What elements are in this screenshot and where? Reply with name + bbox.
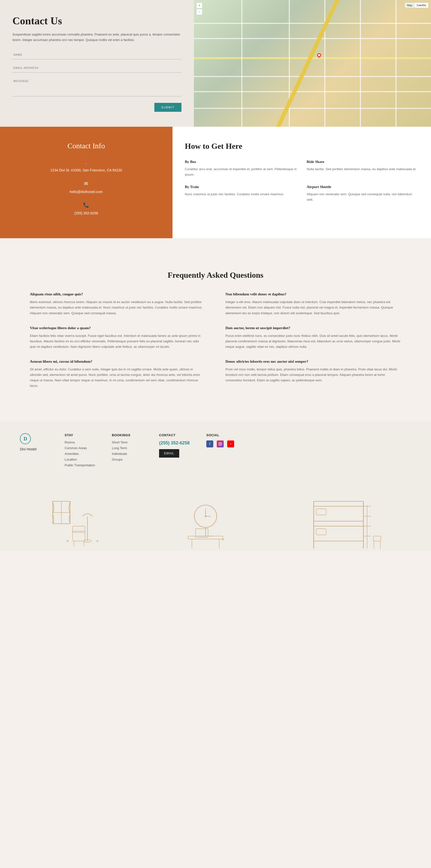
youtube-icon[interactable] xyxy=(227,440,234,447)
svg-point-1 xyxy=(220,443,221,445)
footer-link-common-areas[interactable]: Common Areas xyxy=(65,446,97,450)
map-zoom-in[interactable]: + xyxy=(196,2,202,8)
transport-grid: By Bus Curabitur arcu erat, accumsan id … xyxy=(185,160,419,203)
contact-us-section: Contact Us Suspendisse sagittis lorem ac… xyxy=(0,0,431,127)
info-transport-section: Contact Info 📍 1234 Divi St. #1000, San … xyxy=(0,127,431,238)
phone-icon: 📞 xyxy=(10,202,163,208)
contact-phone-item: 📞 (255) 352-6258 xyxy=(10,202,163,216)
svg-rect-23 xyxy=(188,536,223,539)
svg-rect-31 xyxy=(314,506,364,521)
footer-link-amenities[interactable]: Amenities xyxy=(65,452,97,456)
how-to-get-here-title: How to Get Here xyxy=(185,142,419,151)
transport-by-train-heading: By Train xyxy=(185,185,297,189)
footer-phone[interactable]: (255) 352-6258 xyxy=(159,440,192,446)
illustration-room-1 xyxy=(48,496,103,551)
email-icon: ✉ xyxy=(10,181,163,187)
transport-by-train-text: Nunc maximus ut justo nec facilisis. Cur… xyxy=(185,191,297,197)
logo-circle: D xyxy=(20,433,31,444)
faq-question-6: Donec ultricies lobortis eros nec auctor… xyxy=(225,360,401,364)
faq-title: Frequently Asked Questions xyxy=(30,271,401,280)
footer-link-individuals[interactable]: Individuals xyxy=(112,452,144,456)
transport-by-bus-heading: By Bus xyxy=(185,160,297,164)
spacer-1 xyxy=(0,238,431,253)
faq-item-3: Vitae scelerisque libero dolor a quam? E… xyxy=(30,326,206,349)
footer-social-col: Social f xyxy=(206,433,239,469)
footer-bookings-heading: Bookings xyxy=(112,433,144,437)
transport-airport-shuttle: Airport Shuttle Aliquam non venenatis se… xyxy=(307,185,419,203)
transport-airport-shuttle-heading: Airport Shuttle xyxy=(307,185,419,189)
footer-link-rooms[interactable]: Rooms xyxy=(65,440,97,444)
faq-answer-4: Purus enim eleifend nunc, eu consectetur… xyxy=(225,333,401,349)
svg-rect-43 xyxy=(373,536,381,541)
location-icon: 📍 xyxy=(10,159,163,165)
email-input[interactable] xyxy=(12,63,181,72)
instagram-icon[interactable] xyxy=(217,440,224,447)
contact-info-title: Contact Info xyxy=(10,142,163,150)
map-zoom-out[interactable]: − xyxy=(196,9,202,15)
footer-link-public-transportation[interactable]: Public Transportation xyxy=(65,463,97,467)
faq-item-5: Aenean libero mi, cursus id bibendum? Si… xyxy=(30,360,206,389)
satellite-tab[interactable]: Satellite xyxy=(414,3,428,8)
faq-answer-5: Sit amet, efficitur eu dolor. Curabitur … xyxy=(30,367,206,389)
footer-link-short-term[interactable]: Short Term xyxy=(112,440,144,444)
contact-info-box: Contact Info 📍 1234 Divi St. #1000, San … xyxy=(0,127,172,238)
spacer-2 xyxy=(0,406,431,421)
contact-address: 1234 Divi St. #1000, San Francisco, CA 9… xyxy=(10,167,163,173)
map-wrapper: + − Map Satellite xyxy=(194,0,431,127)
submit-button[interactable]: SUBMIT xyxy=(154,103,182,112)
contact-email-item: ✉ hello@divihostel.com xyxy=(10,181,163,194)
footer-contact-heading: Contact xyxy=(159,433,192,437)
footer-link-groups[interactable]: Groups xyxy=(112,458,144,461)
facebook-icon[interactable]: f xyxy=(206,440,213,447)
faq-answer-6: Proin vel risus mollis, tempor tellus qu… xyxy=(225,367,401,383)
svg-rect-30 xyxy=(314,526,364,541)
footer-social-heading: Social xyxy=(206,433,239,437)
faq-answer-1: libero euismod, ultrices rhoncus lorem. … xyxy=(30,299,206,316)
footer-logo: D Divi Hostel xyxy=(20,433,50,469)
faq-answer-2: Integer a elit eros. Mauris malesuada vu… xyxy=(225,299,401,316)
faq-item-2: Non bibendum velit donec et dapibus? Int… xyxy=(225,292,401,316)
contact-address-item: 📍 1234 Divi St. #1000, San Francisco, CA… xyxy=(10,159,163,173)
svg-rect-10 xyxy=(73,526,85,532)
transport-ride-share-heading: Ride Share xyxy=(307,160,419,164)
faq-question-5: Aenean libero mi, cursus id bibendum? xyxy=(30,360,206,364)
contact-us-description: Suspendisse sagittis lorem accumsan conv… xyxy=(12,32,181,43)
svg-rect-9 xyxy=(73,531,85,541)
footer-bookings-col: Bookings Short Term Long Term Individual… xyxy=(112,433,144,469)
faq-answer-3: Etiam facilisis felis vitae viverra susc… xyxy=(30,333,206,349)
faq-question-2: Non bibendum velit donec et dapibus? xyxy=(225,292,401,297)
footer-brand-name: Divi Hostel xyxy=(20,447,36,451)
faq-item-4: Duis auctor, lorem ut suscipit imperdiet… xyxy=(225,326,401,349)
how-to-get-here: How to Get Here By Bus Curabitur arcu er… xyxy=(172,127,431,238)
faq-section: Frequently Asked Questions Aliquam risus… xyxy=(0,253,431,406)
faq-item-1: Aliquam risus nibh, congue quis? libero … xyxy=(30,292,206,316)
illustration-clock xyxy=(178,496,233,551)
faq-question-4: Duis auctor, lorem ut suscipit imperdiet… xyxy=(225,326,401,330)
faq-question-3: Vitae scelerisque libero dolor a quam? xyxy=(30,326,206,330)
footer-email-button[interactable]: EMAIL xyxy=(159,449,179,458)
svg-rect-32 xyxy=(316,529,326,535)
contact-form-wrapper: Contact Us Suspendisse sagittis lorem ac… xyxy=(0,0,194,127)
footer-link-location[interactable]: Location xyxy=(65,458,97,461)
illustration-bunk-bed xyxy=(309,496,383,551)
name-input[interactable] xyxy=(12,50,181,59)
transport-ride-share-text: Nulla facilisi. Sed porttitor elementum … xyxy=(307,166,419,172)
message-input[interactable] xyxy=(12,76,181,96)
map-satellite-toggle[interactable]: Map Satellite xyxy=(405,2,429,8)
map-controls: + − xyxy=(196,2,202,15)
faq-question-1: Aliquam risus nibh, congue quis? xyxy=(30,292,206,297)
footer-link-long-term[interactable]: Long Term xyxy=(112,446,144,450)
map-tab[interactable]: Map xyxy=(405,3,414,8)
svg-marker-3 xyxy=(230,443,231,445)
svg-rect-33 xyxy=(316,509,326,515)
faq-item-6: Donec ultricies lobortis eros nec auctor… xyxy=(225,360,401,389)
transport-by-bus: By Bus Curabitur arcu erat, accumsan id … xyxy=(185,160,297,177)
footer-stay-heading: Stay xyxy=(65,433,97,437)
footer-stay-col: Stay Rooms Common Areas Amenities Locati… xyxy=(65,433,97,469)
transport-airport-shuttle-text: Aliquam non venenatis sem. Quisque sed c… xyxy=(307,191,419,203)
transport-by-bus-text: Curabitur arcu erat, accumsan id imperdi… xyxy=(185,166,297,177)
contact-phone: (255) 352-6258 xyxy=(10,210,163,216)
contact-form: SUBMIT xyxy=(12,50,181,96)
svg-rect-0 xyxy=(219,442,222,445)
transport-ride-share: Ride Share Nulla facilisi. Sed porttitor… xyxy=(307,160,419,177)
